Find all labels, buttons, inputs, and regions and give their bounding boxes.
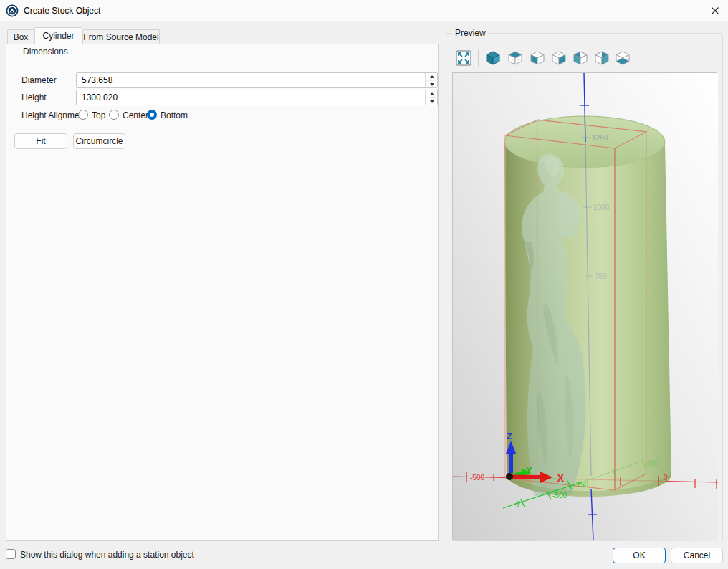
preview-viewport[interactable]: -500 0 -250 -500 500 -y (452, 72, 717, 540)
fit-view-icon[interactable] (455, 49, 472, 67)
spin-down-icon[interactable] (426, 97, 438, 105)
radio-bottom[interactable] (147, 110, 157, 120)
y-tick-neg500: -500 (552, 492, 567, 499)
y-axis-label: Y (526, 465, 532, 476)
diameter-spinbox (76, 72, 438, 88)
z-tick-750: 750 (595, 272, 607, 280)
back-view-icon[interactable] (572, 49, 589, 67)
left-view-icon[interactable] (593, 49, 610, 67)
create-stock-object-dialog: Create Stock Object Box Cylinder From So… (0, 0, 728, 569)
circumcircle-button[interactable]: Circumcircle (73, 133, 125, 149)
y-axis-end-label: -y (514, 499, 520, 507)
show-dialog-checkbox-label: Show this dialog when adding a station o… (20, 550, 194, 560)
diameter-input[interactable] (77, 73, 425, 87)
show-dialog-checkbox[interactable] (6, 549, 16, 559)
z-axis-label: Z (507, 431, 512, 441)
title-bar: Create Stock Object (0, 0, 728, 21)
height-spin-buttons (425, 90, 437, 105)
dimensions-group-label: Dimensions (20, 47, 71, 57)
bottom-view-icon[interactable] (614, 49, 631, 67)
height-alignment-label: Height Alignment (21, 110, 87, 120)
radio-top-label: Top (92, 110, 105, 120)
x-tick-neg500: -500 (470, 474, 484, 482)
radio-center-label: Center (123, 110, 148, 120)
y-tick-pos500: 500 (647, 459, 659, 467)
z-tick-1000: 1000 (593, 204, 610, 211)
window-title: Create Stock Object (24, 6, 100, 16)
spin-up-icon[interactable] (426, 73, 438, 80)
cancel-button[interactable]: Cancel (671, 548, 723, 563)
tab-cylinder[interactable]: Cylinder (34, 27, 82, 44)
height-spinbox (76, 90, 438, 105)
diameter-label: Diameter (21, 75, 57, 85)
close-icon[interactable] (708, 4, 722, 18)
x-axis-label: X (557, 472, 565, 484)
radio-center[interactable] (109, 110, 119, 120)
preview-group: Preview (446, 33, 723, 542)
preview-3d-scene: -500 0 -250 -500 500 -y (453, 73, 718, 541)
preview-group-label: Preview (452, 28, 489, 38)
fit-button[interactable]: Fit (14, 133, 67, 149)
dimensions-group: Dimensions Diameter Height Height Alignm… (14, 52, 431, 125)
diameter-spin-buttons (425, 73, 437, 87)
spin-up-icon[interactable] (426, 90, 438, 97)
radio-top[interactable] (78, 110, 88, 120)
height-input[interactable] (77, 90, 425, 105)
spin-down-icon[interactable] (426, 80, 438, 87)
cylinder-tab-page: Dimensions Diameter Height Height Alignm… (6, 44, 439, 541)
right-view-icon[interactable] (550, 49, 567, 67)
ok-button[interactable]: OK (613, 548, 666, 563)
isometric-view-icon[interactable] (484, 49, 502, 67)
toolbar-separator (478, 49, 479, 67)
front-view-icon[interactable] (529, 49, 546, 67)
app-icon (6, 4, 19, 17)
height-label: Height (21, 92, 47, 102)
y-tick-neg250: -250 (574, 481, 588, 489)
radio-bottom-label: Bottom (161, 110, 188, 120)
tab-box[interactable]: Box (7, 29, 34, 44)
top-view-icon[interactable] (507, 49, 524, 67)
z-tick-1250: 1250 (592, 134, 608, 142)
x-tick-zero: 0 (664, 474, 668, 482)
tab-from-source-model[interactable]: From Source Model (82, 29, 160, 44)
